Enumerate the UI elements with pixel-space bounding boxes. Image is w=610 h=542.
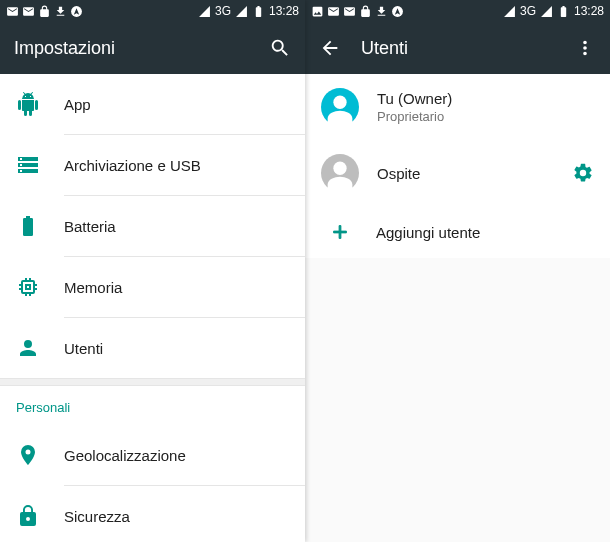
gmail-icon — [343, 5, 356, 18]
location-icon — [16, 443, 40, 467]
download-icon — [375, 5, 388, 18]
plus-icon — [328, 220, 352, 244]
user-icon — [16, 336, 40, 360]
settings-item-label: App — [64, 96, 91, 113]
settings-item-battery[interactable]: Batteria — [0, 196, 305, 256]
settings-item-label: Archiviazione e USB — [64, 157, 201, 174]
svg-point-3 — [333, 96, 346, 109]
section-divider — [0, 378, 305, 386]
user-subtitle: Proprietario — [377, 109, 452, 124]
battery-icon — [16, 214, 40, 238]
android-icon — [16, 92, 40, 116]
network-label: 3G — [215, 4, 231, 18]
download-icon — [54, 5, 67, 18]
gmail-icon — [22, 5, 35, 18]
users-list: Tu (Owner) Proprietario Ospite Aggiungi … — [305, 74, 610, 542]
memory-icon — [16, 275, 40, 299]
signal-icon — [198, 5, 211, 18]
signal-icon — [503, 5, 516, 18]
clock: 13:28 — [574, 4, 604, 18]
arrow-back-icon — [319, 37, 341, 59]
settings-list: App Archiviazione e USB Batteria Memoria… — [0, 74, 305, 542]
search-icon — [269, 37, 291, 59]
search-button[interactable] — [269, 37, 291, 59]
settings-item-memory[interactable]: Memoria — [0, 257, 305, 317]
navigation-icon — [391, 5, 404, 18]
settings-item-label: Geolocalizzazione — [64, 447, 186, 464]
settings-screen: 3G 13:28 Impostazioni App Archiviazione … — [0, 0, 305, 542]
navigation-icon — [70, 5, 83, 18]
page-title: Impostazioni — [14, 38, 249, 59]
signal-bars-icon — [235, 5, 248, 18]
app-bar: Utenti — [305, 22, 610, 74]
overflow-menu-button[interactable] — [574, 37, 596, 59]
guest-settings-button[interactable] — [572, 162, 594, 184]
settings-item-label: Memoria — [64, 279, 122, 296]
settings-item-label: Utenti — [64, 340, 103, 357]
lock-icon — [359, 5, 372, 18]
settings-item-users[interactable]: Utenti — [0, 318, 305, 378]
clock: 13:28 — [269, 4, 299, 18]
user-row-owner[interactable]: Tu (Owner) Proprietario — [305, 74, 610, 140]
mail-icon — [6, 5, 19, 18]
settings-item-app[interactable]: App — [0, 74, 305, 134]
settings-item-location[interactable]: Geolocalizzazione — [0, 425, 305, 485]
settings-item-label: Batteria — [64, 218, 116, 235]
svg-point-5 — [333, 162, 346, 175]
lock-icon — [16, 504, 40, 528]
users-screen: 3G 13:28 Utenti Tu (Owner) Proprietario — [305, 0, 610, 542]
network-label: 3G — [520, 4, 536, 18]
back-button[interactable] — [319, 37, 341, 59]
battery-status-icon — [252, 5, 265, 18]
user-row-guest[interactable]: Ospite — [305, 140, 610, 206]
user-name: Tu (Owner) — [377, 90, 452, 107]
avatar-guest — [321, 154, 359, 192]
image-icon — [311, 5, 324, 18]
gear-icon — [572, 162, 594, 184]
storage-icon — [16, 153, 40, 177]
avatar-owner — [321, 88, 359, 126]
page-title: Utenti — [361, 38, 554, 59]
mail-icon — [327, 5, 340, 18]
battery-status-icon — [557, 5, 570, 18]
settings-item-storage[interactable]: Archiviazione e USB — [0, 135, 305, 195]
status-bar: 3G 13:28 — [0, 0, 305, 22]
user-name: Ospite — [377, 165, 420, 182]
settings-item-security[interactable]: Sicurezza — [0, 486, 305, 542]
lock-icon — [38, 5, 51, 18]
more-vert-icon — [574, 37, 596, 59]
section-header-personal: Personali — [0, 386, 305, 425]
app-bar: Impostazioni — [0, 22, 305, 74]
add-user-row[interactable]: Aggiungi utente — [305, 206, 610, 258]
status-bar: 3G 13:28 — [305, 0, 610, 22]
settings-item-label: Sicurezza — [64, 508, 130, 525]
signal-bars-icon — [540, 5, 553, 18]
add-user-label: Aggiungi utente — [376, 224, 480, 241]
